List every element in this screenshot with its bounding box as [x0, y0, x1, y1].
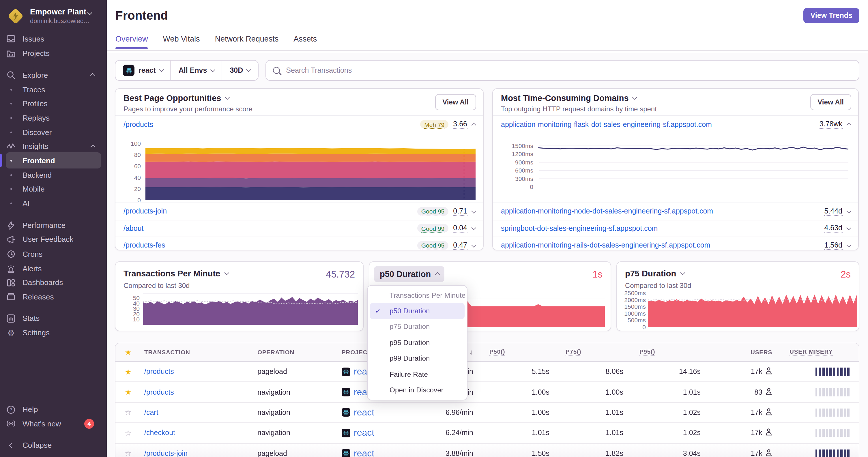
sidebar-item-releases[interactable]: Releases [6, 290, 101, 303]
menu-item-transactions-per-minute[interactable]: Transactions Per Minute [370, 287, 465, 303]
transaction-link[interactable]: /cart [144, 409, 158, 417]
environment-filter[interactable]: All Envs [171, 61, 222, 80]
menu-item-failure-rate[interactable]: Failure Rate [370, 366, 465, 382]
sidebar-item-performance[interactable]: Performance [6, 219, 101, 232]
sidebar-item-frontend[interactable]: Frontend [6, 152, 101, 168]
col-p95[interactable]: P95() [628, 349, 705, 356]
tpm-card-title[interactable]: Transactions Per Minute [124, 269, 228, 278]
project-link[interactable]: react [354, 407, 374, 418]
row-link[interactable]: /products [124, 120, 153, 128]
row-link[interactable]: application-monitoring-node-dot-sales-en… [501, 207, 713, 216]
expand-row-icon[interactable] [846, 225, 851, 230]
search-box[interactable] [265, 60, 859, 81]
web-vitals-stacked-chart[interactable]: 020406080100 [116, 133, 483, 202]
menu-item-p99-duration[interactable]: p99 Duration [370, 351, 465, 366]
project-link[interactable]: react [354, 448, 374, 457]
star-column-header-icon[interactable]: ★ [116, 348, 141, 357]
row-value[interactable]: 1.56d [824, 241, 842, 250]
row-value[interactable]: 0.04 [453, 224, 467, 233]
menu-item-p75-duration[interactable]: p75 Duration [370, 319, 465, 335]
sidebar-item-settings[interactable]: ⚙Settings [6, 326, 101, 339]
row-value[interactable]: 3.78wk [819, 120, 842, 129]
sidebar-item-dashboards[interactable]: Dashboards [6, 275, 101, 289]
collapse-section-icon[interactable] [90, 73, 95, 78]
score-badge[interactable]: Good 95 [417, 207, 449, 216]
sidebar-item-insights[interactable]: Insights [6, 139, 101, 153]
expand-row-icon[interactable] [471, 123, 476, 128]
user-misery-bars[interactable] [777, 409, 859, 417]
sidebar-item-user-feedback[interactable]: User Feedback [6, 232, 101, 246]
row-link[interactable]: springboot-dot-sales-engineering-sf.apps… [501, 225, 658, 232]
domains-panel-title[interactable]: Most Time-Consuming Domains [501, 94, 637, 103]
menu-item-p95-duration[interactable]: p95 Duration [370, 335, 465, 351]
star-toggle[interactable]: ★ [116, 388, 141, 396]
pages-view-all-button[interactable]: View All [435, 94, 476, 110]
row-link[interactable]: /products-join [124, 207, 167, 216]
row-value[interactable]: 3.66 [453, 120, 467, 129]
star-toggle[interactable]: ☆ [116, 449, 141, 457]
p50-metric-selector[interactable]: p50 Duration [374, 266, 444, 282]
date-range-filter[interactable]: 30D [222, 61, 258, 80]
project-link[interactable]: react [354, 428, 374, 438]
row-value[interactable]: 4.63d [824, 224, 842, 233]
user-misery-bars[interactable] [777, 429, 859, 437]
expand-row-icon[interactable] [846, 208, 851, 213]
sidebar-item-crons[interactable]: Crons [6, 247, 101, 261]
p75-chart[interactable]: 0500ms1000ms1500ms2000ms2500ms [620, 291, 862, 329]
sidebar-item-backend[interactable]: Backend [6, 168, 101, 182]
score-badge[interactable]: Good 95 [417, 241, 449, 250]
project-filter[interactable]: react [116, 61, 170, 80]
col-user-misery[interactable]: USER MISERY [777, 349, 859, 356]
col-users[interactable]: USERS [705, 349, 777, 355]
transaction-link[interactable]: /products [144, 388, 174, 396]
row-link[interactable]: /about [124, 225, 144, 232]
search-input[interactable] [285, 66, 852, 75]
p75-card-title[interactable]: p75 Duration [625, 269, 684, 278]
user-misery-bars[interactable] [777, 367, 859, 376]
row-value[interactable]: 0.71 [453, 207, 467, 216]
domains-view-all-button[interactable]: View All [810, 94, 851, 110]
row-link[interactable]: /products-fes [124, 241, 165, 250]
sidebar-item-profiles[interactable]: Profiles [6, 97, 101, 110]
sidebar-item-alerts[interactable]: Alerts [6, 262, 101, 275]
tab-web-vitals[interactable]: Web Vitals [163, 35, 200, 49]
col-operation[interactable]: OPERATION [254, 349, 339, 355]
sidebar-item-collapse[interactable]: Collapse [6, 438, 101, 452]
sidebar-item-stats[interactable]: Stats [6, 311, 101, 325]
sidebar-item-traces[interactable]: Traces [6, 83, 101, 97]
pages-panel-title[interactable]: Best Page Opportunities [124, 94, 229, 103]
expand-row-icon[interactable] [471, 225, 476, 230]
row-value[interactable]: 5.44d [824, 207, 842, 216]
sidebar-item-replays[interactable]: Replays [6, 111, 101, 125]
sidebar-item-help[interactable]: ?Help [6, 402, 101, 416]
menu-item-open-in-discover[interactable]: Open in Discover [370, 382, 465, 398]
tab-overview[interactable]: Overview [116, 35, 148, 49]
score-badge[interactable]: Meh 79 [420, 120, 448, 129]
expand-row-icon[interactable] [471, 242, 476, 247]
sidebar-item-explore[interactable]: Explore [6, 68, 101, 82]
org-switcher[interactable]: Empower Plant dominik.buszowiec… [7, 7, 92, 27]
collapse-section-icon[interactable] [90, 145, 95, 150]
expand-row-icon[interactable] [846, 123, 851, 128]
user-misery-bars[interactable] [777, 450, 859, 457]
view-trends-button[interactable]: View Trends [804, 8, 859, 23]
tpm-chart[interactable]: 1020304050 [119, 292, 361, 330]
expand-row-icon[interactable] [846, 242, 851, 247]
user-misery-bars[interactable] [777, 388, 859, 396]
transaction-link[interactable]: /products [144, 367, 174, 376]
row-link[interactable]: application-monitoring-rails-dot-sales-e… [501, 241, 710, 250]
row-value[interactable]: 0.47 [453, 241, 467, 250]
menu-item-p50-duration[interactable]: ✓p50 Duration [370, 303, 465, 319]
tab-assets[interactable]: Assets [293, 35, 317, 49]
star-toggle[interactable]: ☆ [116, 408, 141, 417]
sidebar-item-projects[interactable]: Projects [6, 46, 101, 60]
star-toggle[interactable]: ★ [116, 367, 141, 376]
col-transaction[interactable]: TRANSACTION [141, 349, 254, 355]
col-p50[interactable]: P50() [478, 349, 554, 356]
domain-time-line-chart[interactable]: 0300ms600ms900ms1200ms1500ms [493, 133, 858, 202]
star-toggle[interactable]: ☆ [116, 429, 141, 437]
expand-row-icon[interactable] [471, 208, 476, 213]
tab-network-requests[interactable]: Network Requests [215, 35, 279, 49]
sidebar-item-mobile[interactable]: Mobile [6, 182, 101, 196]
row-link[interactable]: application-monitoring-flask-dot-sales-e… [501, 120, 712, 128]
